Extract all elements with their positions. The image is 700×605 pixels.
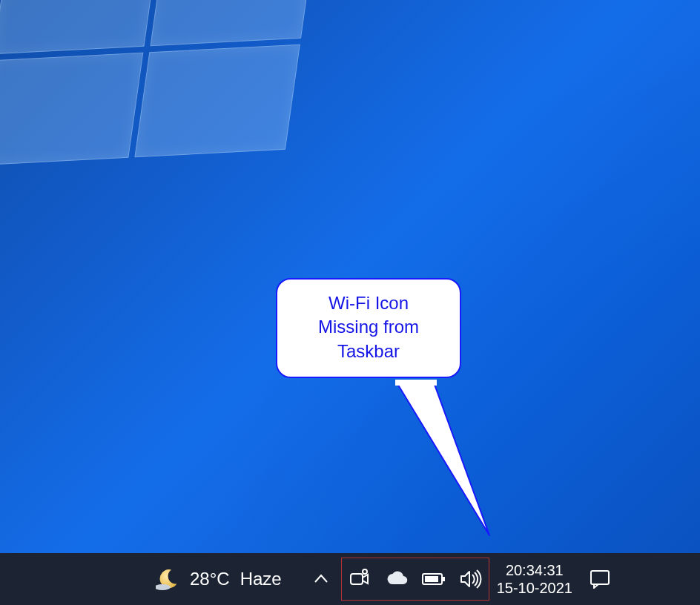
meet-now-icon[interactable] xyxy=(348,567,372,591)
volume-icon[interactable] xyxy=(459,567,483,591)
action-center-button[interactable] xyxy=(586,553,614,605)
clock-time: 20:34:31 xyxy=(497,561,572,579)
annotation-callout-tail xyxy=(397,383,493,538)
taskbar: 28°C Haze xyxy=(0,553,700,605)
desktop-wallpaper: Wi-Fi Icon Missing from Taskbar xyxy=(0,0,700,553)
svg-rect-8 xyxy=(591,571,609,584)
svg-rect-6 xyxy=(443,577,445,581)
system-tray-highlight xyxy=(341,558,489,601)
callout-line: Missing from xyxy=(285,315,452,339)
svg-marker-0 xyxy=(397,383,489,535)
show-hidden-icons-button[interactable] xyxy=(306,553,337,605)
weather-condition: Haze xyxy=(240,569,282,589)
clock-date: 15-10-2021 xyxy=(497,579,572,597)
windows-logo xyxy=(0,0,329,186)
svg-point-4 xyxy=(363,569,367,574)
cloud-icon[interactable] xyxy=(385,567,409,591)
callout-line: Taskbar xyxy=(285,340,452,363)
annotation-callout: Wi-Fi Icon Missing from Taskbar xyxy=(276,278,461,378)
svg-rect-3 xyxy=(351,574,363,584)
battery-icon[interactable] xyxy=(422,567,446,591)
moon-icon xyxy=(156,567,179,591)
clock-widget[interactable]: 20:34:31 15-10-2021 xyxy=(497,561,572,597)
callout-line: Wi-Fi Icon xyxy=(285,291,452,315)
svg-rect-1 xyxy=(395,380,437,386)
weather-widget[interactable]: 28°C Haze xyxy=(151,553,286,605)
weather-temperature: 28°C xyxy=(190,569,230,589)
svg-rect-7 xyxy=(425,576,438,582)
